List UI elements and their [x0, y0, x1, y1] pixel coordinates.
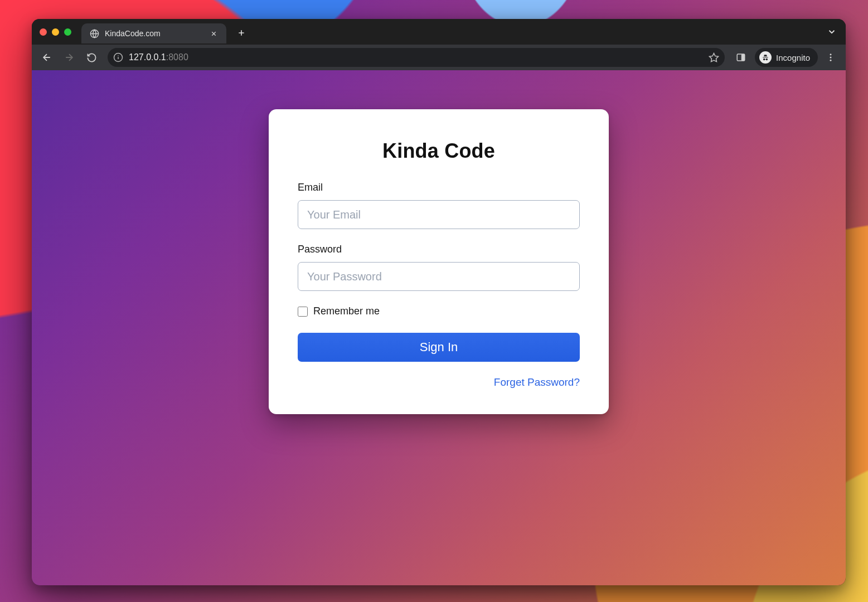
address-text: 127.0.0.1:8080	[129, 52, 188, 62]
svg-marker-3	[710, 53, 719, 61]
globe-icon	[89, 28, 99, 38]
browser-toolbar: 127.0.0.1:8080 Incognito	[32, 45, 846, 70]
password-field-group: Password	[298, 244, 580, 291]
incognito-label: Incognito	[776, 53, 810, 62]
address-bar[interactable]: 127.0.0.1:8080	[108, 48, 725, 67]
close-icon[interactable]	[208, 28, 219, 38]
password-input[interactable]	[298, 262, 580, 291]
svg-point-8	[830, 60, 832, 61]
incognito-icon	[759, 51, 772, 64]
svg-point-6	[830, 54, 832, 55]
signin-button[interactable]: Sign In	[298, 333, 580, 362]
remember-checkbox[interactable]	[298, 307, 308, 317]
chevron-down-icon[interactable]	[823, 23, 840, 40]
incognito-indicator[interactable]: Incognito	[755, 48, 818, 67]
email-input[interactable]	[298, 200, 580, 229]
signin-card: Kinda Code Email Password Remember me Si…	[269, 109, 609, 414]
window-controls	[40, 28, 71, 36]
address-host: 127.0.0.1	[129, 52, 166, 62]
tab-title: KindaCode.com	[105, 29, 203, 38]
window-minimize-button[interactable]	[52, 28, 59, 36]
page-viewport: Kinda Code Email Password Remember me Si…	[32, 70, 846, 585]
browser-window: KindaCode.com	[32, 19, 846, 585]
bookmark-star-icon[interactable]	[709, 52, 719, 63]
svg-point-2	[118, 55, 119, 56]
page-title: Kinda Code	[298, 139, 580, 163]
remember-label: Remember me	[313, 305, 380, 317]
tab-strip: KindaCode.com	[32, 19, 846, 45]
side-panel-icon[interactable]	[731, 48, 750, 67]
new-tab-button[interactable]	[233, 25, 250, 41]
svg-rect-5	[741, 54, 745, 61]
window-maximize-button[interactable]	[64, 28, 71, 36]
back-button[interactable]	[37, 48, 56, 67]
forgot-row: Forget Password?	[298, 376, 580, 389]
forward-button[interactable]	[60, 48, 79, 67]
window-close-button[interactable]	[40, 28, 47, 36]
reload-button[interactable]	[82, 48, 101, 67]
svg-point-7	[830, 57, 832, 59]
kebab-menu-icon[interactable]	[821, 48, 840, 67]
email-field-group: Email	[298, 182, 580, 229]
password-label: Password	[298, 244, 580, 255]
address-port: :8080	[166, 52, 188, 62]
email-label: Email	[298, 182, 580, 193]
browser-tab[interactable]: KindaCode.com	[81, 23, 226, 43]
remember-row[interactable]: Remember me	[298, 305, 580, 317]
forgot-password-link[interactable]: Forget Password?	[494, 376, 580, 388]
site-info-icon[interactable]	[113, 52, 123, 62]
